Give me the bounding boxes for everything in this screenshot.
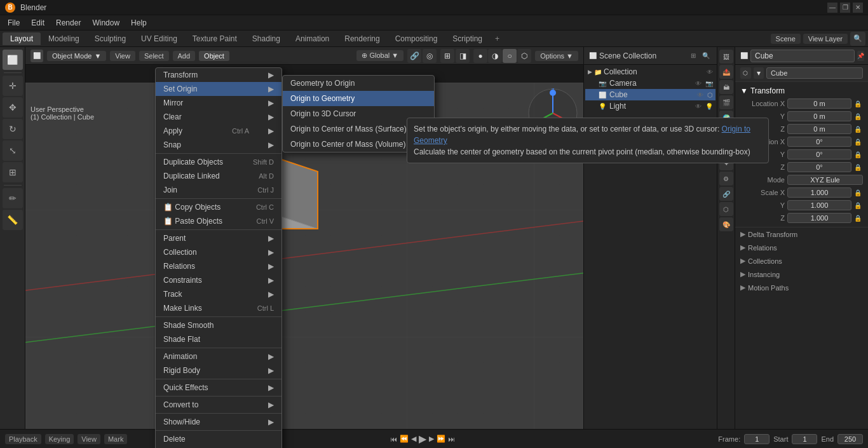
menu-copy-objects[interactable]: 📋 Copy Objects Ctrl C <box>156 200 281 214</box>
menu-collection[interactable]: Collection ▶ <box>156 245 281 259</box>
jump-start-button[interactable]: ⏮ <box>390 435 397 443</box>
motion-paths-section[interactable]: ▶ Motion Paths <box>735 281 868 294</box>
start-frame-input[interactable] <box>792 434 817 444</box>
maximize-button[interactable]: ❐ <box>840 3 850 13</box>
menu-file[interactable]: File <box>3 17 25 29</box>
tool-transform[interactable]: ⊞ <box>3 162 23 182</box>
menu-render[interactable]: Render <box>51 17 86 29</box>
tab-scripting[interactable]: Scripting <box>445 32 490 45</box>
rotation-z[interactable]: 0° <box>787 162 851 172</box>
jump-end-button[interactable]: ⏭ <box>448 435 455 443</box>
end-frame-input[interactable] <box>837 434 863 444</box>
scene-selector[interactable]: Scene <box>771 34 801 44</box>
menu-convert-to[interactable]: Convert to ▶ <box>156 398 281 412</box>
tree-item-camera[interactable]: 📷 Camera 👁 📷 <box>585 78 715 89</box>
keying-menu[interactable]: Keying <box>45 434 74 444</box>
wireframe-button[interactable]: ⬡ <box>517 49 531 63</box>
scale-y[interactable]: 1.000 <box>787 200 851 210</box>
material-preview-button[interactable]: ◑ <box>488 49 502 63</box>
camera-visibility[interactable]: 👁 <box>695 80 702 87</box>
location-y[interactable]: 0 m <box>787 111 851 121</box>
material-props-icon[interactable]: 🎨 <box>719 217 733 231</box>
scale-x[interactable]: 1.000 <box>787 187 851 198</box>
view-menu[interactable]: View <box>110 51 135 61</box>
menu-set-origin[interactable]: Set Origin ▶ <box>156 82 281 96</box>
menu-window[interactable]: Window <box>87 17 125 29</box>
rotation-x[interactable]: 0° <box>787 137 851 147</box>
menu-animation[interactable]: Animation ▶ <box>156 350 281 363</box>
scale-y-lock[interactable]: 🔒 <box>854 202 863 209</box>
tab-animation[interactable]: Animation <box>288 32 337 45</box>
tab-shading[interactable]: Shading <box>245 32 288 45</box>
options-button[interactable]: Options ▼ <box>535 51 578 61</box>
object-mode-selector[interactable]: Object Mode ▼ <box>47 51 106 61</box>
tab-layout[interactable]: Layout <box>3 32 41 45</box>
menu-edit[interactable]: Edit <box>26 17 50 29</box>
menu-rigid-body[interactable]: Rigid Body ▶ <box>156 363 281 377</box>
tree-item-collection[interactable]: ▶ 📁 Collection 👁 <box>585 66 715 78</box>
search-button[interactable]: 🔍 <box>850 32 865 46</box>
prev-frame-button[interactable]: ◀ <box>411 435 416 443</box>
proportional-edit-icon[interactable]: ◎ <box>423 49 437 63</box>
tool-select-box[interactable]: ⬜ <box>3 50 23 70</box>
geometry-to-origin[interactable]: Geometry to Origin <box>283 76 434 91</box>
scale-z[interactable]: 1.000 <box>787 213 851 223</box>
location-x[interactable]: 0 m <box>787 98 851 109</box>
menu-show-hide[interactable]: Show/Hide ▶ <box>156 415 281 429</box>
menu-quick-effects[interactable]: Quick Effects ▶ <box>156 381 281 395</box>
tool-cursor[interactable]: ✛ <box>3 76 23 96</box>
tab-texture-paint[interactable]: Texture Paint <box>185 32 245 45</box>
tool-rotate[interactable]: ↻ <box>3 119 23 139</box>
current-frame-input[interactable] <box>744 434 770 444</box>
solid-shading-button[interactable]: ● <box>473 49 487 63</box>
menu-shade-flat[interactable]: Shade Flat <box>156 332 281 346</box>
view-menu-timeline[interactable]: View <box>78 434 100 444</box>
tree-item-light[interactable]: 💡 Light 👁 💡 <box>585 100 715 112</box>
location-z[interactable]: 0 m <box>787 124 851 134</box>
menu-clear[interactable]: Clear ▶ <box>156 110 281 124</box>
cube-visibility[interactable]: 👁 <box>697 92 703 98</box>
menu-paste-objects[interactable]: 📋 Paste Objects Ctrl V <box>156 214 281 228</box>
origin-to-geometry[interactable]: Origin to Geometry <box>283 91 434 106</box>
view-layer-selector[interactable]: View Layer <box>803 34 848 44</box>
tab-modeling[interactable]: Modeling <box>41 32 87 45</box>
data-name-input[interactable] <box>766 67 863 79</box>
rotation-mode[interactable]: XYZ Eule <box>787 175 863 185</box>
menu-constraints[interactable]: Constraints ▶ <box>156 273 281 287</box>
menu-shade-smooth[interactable]: Shade Smooth <box>156 318 281 332</box>
menu-mirror[interactable]: Mirror ▶ <box>156 96 281 110</box>
menu-track[interactable]: Track ▶ <box>156 287 281 301</box>
add-workspace-button[interactable]: + <box>490 32 505 45</box>
tree-item-cube[interactable]: ⬜ Cube 👁 ⬡ <box>585 89 715 100</box>
menu-relations[interactable]: Relations ▶ <box>156 259 281 273</box>
menu-parent[interactable]: Parent ▶ <box>156 231 281 245</box>
menu-transform[interactable]: Transform ▶ <box>156 68 281 82</box>
overlay-icon[interactable]: ⊞ <box>440 49 454 63</box>
collections-section[interactable]: ▶ Collections <box>735 254 868 268</box>
transform-section-title[interactable]: ▼ Transform <box>738 85 865 97</box>
rendered-preview-button[interactable]: ○ <box>503 49 517 63</box>
physics-props-icon[interactable]: ⚙ <box>719 172 733 186</box>
playback-menu[interactable]: Playback <box>5 434 41 444</box>
data-props-icon[interactable]: ⬡ <box>719 202 733 216</box>
tab-rendering[interactable]: Rendering <box>337 32 387 45</box>
menu-make-links[interactable]: Make Links Ctrl L <box>156 301 281 315</box>
xray-icon[interactable]: ◨ <box>456 49 470 63</box>
constraints-props-icon[interactable]: 🔗 <box>719 187 733 201</box>
scale-x-lock[interactable]: 🔒 <box>854 189 863 196</box>
outliner-filter-button[interactable]: ⊞ <box>688 50 699 62</box>
menu-duplicate-linked[interactable]: Duplicate Linked Alt D <box>156 169 281 183</box>
tab-compositing[interactable]: Compositing <box>388 32 445 45</box>
menu-snap[interactable]: Snap ▶ <box>156 138 281 152</box>
prev-keyframe-button[interactable]: ⏪ <box>400 435 409 443</box>
relations-section[interactable]: ▶ Relations <box>735 241 868 254</box>
rotation-y-lock[interactable]: 🔒 <box>854 151 863 158</box>
tool-measure[interactable]: 📏 <box>3 210 23 230</box>
scene-props-icon[interactable]: 🎬 <box>719 95 733 109</box>
minimize-button[interactable]: — <box>827 3 837 13</box>
pin-button[interactable]: 📌 <box>857 51 864 61</box>
location-z-lock[interactable]: 🔒 <box>854 126 863 133</box>
next-keyframe-button[interactable]: ⏩ <box>437 435 445 443</box>
rotation-x-lock[interactable]: 🔒 <box>854 139 863 146</box>
render-props-icon[interactable]: 🖼 <box>719 50 733 64</box>
